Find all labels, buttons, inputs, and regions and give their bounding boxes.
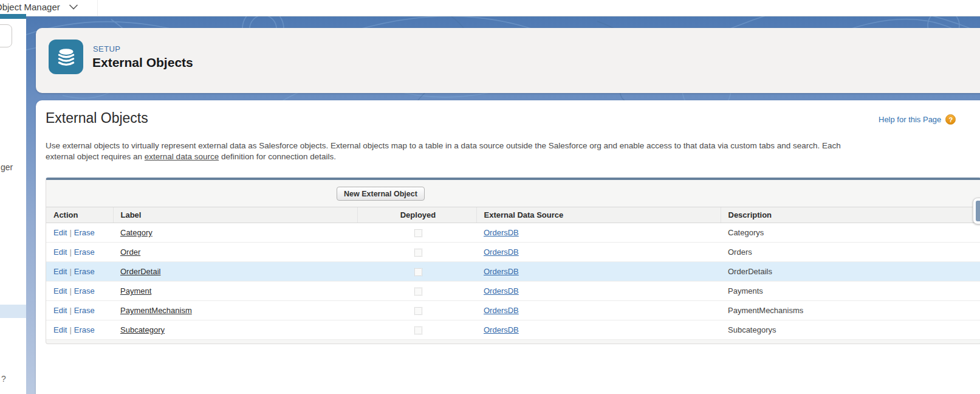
edit-link[interactable]: Edit xyxy=(53,306,67,315)
deployed-cell xyxy=(357,282,476,301)
data-source-cell: OrdersDB xyxy=(476,282,721,301)
action-separator: | xyxy=(67,228,74,237)
deployed-cell xyxy=(357,320,476,340)
edit-link[interactable]: Edit xyxy=(53,286,67,296)
object-label-link[interactable]: OrderDetail xyxy=(120,267,160,276)
content-card: External Objects Help for this Page ? Us… xyxy=(36,100,980,394)
label-cell: Order xyxy=(113,243,357,262)
quick-find-input-fragment[interactable] xyxy=(0,24,12,47)
deployed-checkbox xyxy=(414,307,422,315)
active-tab-underline xyxy=(0,14,26,19)
setup-nav-sidebar-sliver: ger ? xyxy=(0,16,26,394)
deployed-cell xyxy=(357,262,476,282)
action-cell: Edit|Erase xyxy=(46,243,113,262)
description-cell: Subcategorys xyxy=(721,320,980,340)
action-cell: Edit|Erase xyxy=(46,223,113,243)
edit-link[interactable]: Edit xyxy=(53,247,67,257)
tab-separator xyxy=(97,0,98,16)
table-row: Edit|Erase Order OrdersDB Orders xyxy=(46,243,980,262)
deployed-checkbox xyxy=(414,249,422,257)
tab-object-manager[interactable]: Object Manager xyxy=(0,2,78,12)
data-source-link[interactable]: OrdersDB xyxy=(484,247,519,257)
description-cell: OrderDetails xyxy=(721,262,980,282)
vertical-scrollbar[interactable] xyxy=(973,198,980,224)
column-header-label: Label xyxy=(113,207,357,223)
deployed-cell xyxy=(357,301,476,320)
label-cell: PaymentMechanism xyxy=(113,301,357,320)
setup-header-card: SETUP External Objects xyxy=(36,28,980,93)
action-separator: | xyxy=(67,247,74,257)
external-objects-database-icon xyxy=(49,40,83,74)
deployed-checkbox xyxy=(414,327,422,334)
action-separator: | xyxy=(67,306,74,315)
table-row: Edit|Erase PaymentMechanism OrdersDB Pay… xyxy=(46,301,980,320)
new-external-object-button[interactable]: New External Object xyxy=(337,187,425,201)
setup-main-region: SETUP External Objects External Objects … xyxy=(26,16,980,394)
object-label-link[interactable]: Order xyxy=(120,247,140,257)
intro-line2-post: definition for connection details. xyxy=(219,152,336,161)
action-cell: Edit|Erase xyxy=(46,282,113,301)
object-label-link[interactable]: PaymentMechanism xyxy=(120,306,192,315)
erase-link[interactable]: Erase xyxy=(74,228,95,237)
action-cell: Edit|Erase xyxy=(46,262,113,282)
external-objects-table: Action Label Deployed External Data Sour… xyxy=(46,207,980,340)
edit-link[interactable]: Edit xyxy=(53,267,67,276)
data-source-link[interactable]: OrdersDB xyxy=(484,228,519,237)
sidebar-selected-item[interactable] xyxy=(0,305,26,318)
help-for-this-page-link[interactable]: Help for this Page xyxy=(879,115,941,124)
action-separator: | xyxy=(67,267,74,276)
data-source-cell: OrdersDB xyxy=(476,223,721,243)
sidebar-bottom-text-fragment: ? xyxy=(1,374,6,384)
description-cell: Payments xyxy=(721,282,980,301)
object-label-link[interactable]: Payment xyxy=(120,286,151,296)
setup-eyebrow: SETUP xyxy=(93,44,120,54)
column-header-description: Description xyxy=(721,207,980,223)
deployed-cell xyxy=(357,223,476,243)
erase-link[interactable]: Erase xyxy=(74,267,95,276)
action-separator: | xyxy=(67,286,74,296)
action-separator: | xyxy=(67,325,74,334)
label-cell: Payment xyxy=(113,282,357,301)
description-cell: Categorys xyxy=(721,223,980,243)
setup-tab-bar: Object Manager xyxy=(0,0,980,16)
data-source-cell: OrdersDB xyxy=(476,262,721,282)
column-header-external-data-source: External Data Source xyxy=(476,207,721,223)
data-source-cell: OrdersDB xyxy=(476,301,721,320)
label-cell: OrderDetail xyxy=(113,262,357,282)
erase-link[interactable]: Erase xyxy=(74,247,95,257)
chevron-down-icon xyxy=(69,4,78,10)
tab-object-manager-label: Object Manager xyxy=(0,2,60,12)
setup-page-title: External Objects xyxy=(92,55,193,70)
deployed-checkbox xyxy=(414,288,422,296)
action-cell: Edit|Erase xyxy=(46,320,113,340)
page-heading: External Objects xyxy=(46,110,148,126)
external-objects-list-container: New External Object Action Label Deploye… xyxy=(46,178,980,344)
help-question-icon[interactable]: ? xyxy=(945,114,956,125)
scrollbar-thumb[interactable] xyxy=(976,201,980,221)
intro-paragraph: Use external objects to virtually repres… xyxy=(46,140,841,162)
table-row: Edit|Erase Payment OrdersDB Payments xyxy=(46,282,980,301)
data-source-link[interactable]: OrdersDB xyxy=(484,306,519,315)
intro-line2-pre: external object requires an xyxy=(46,152,145,161)
external-data-source-link[interactable]: external data source xyxy=(145,152,219,161)
deployed-checkbox xyxy=(414,229,422,237)
table-row: Edit|Erase Subcategory OrdersDB Subcateg… xyxy=(46,320,980,340)
deployed-cell xyxy=(357,243,476,262)
label-cell: Category xyxy=(113,223,357,243)
edit-link[interactable]: Edit xyxy=(53,325,67,334)
data-source-cell: OrdersDB xyxy=(476,243,721,262)
object-label-link[interactable]: Subcategory xyxy=(120,325,165,334)
description-cell: PaymentMechanisms xyxy=(721,301,980,320)
column-header-deployed: Deployed xyxy=(357,207,476,223)
data-source-link[interactable]: OrdersDB xyxy=(484,286,519,296)
table-row: Edit|Erase OrderDetail OrdersDB OrderDet… xyxy=(46,262,980,282)
erase-link[interactable]: Erase xyxy=(74,306,95,315)
data-source-link[interactable]: OrdersDB xyxy=(484,325,519,334)
object-label-link[interactable]: Category xyxy=(120,228,152,237)
data-source-link[interactable]: OrdersDB xyxy=(484,267,519,276)
edit-link[interactable]: Edit xyxy=(53,228,67,237)
erase-link[interactable]: Erase xyxy=(74,286,95,296)
erase-link[interactable]: Erase xyxy=(74,325,95,334)
action-cell: Edit|Erase xyxy=(46,301,113,320)
intro-line1: Use external objects to virtually repres… xyxy=(46,141,841,150)
